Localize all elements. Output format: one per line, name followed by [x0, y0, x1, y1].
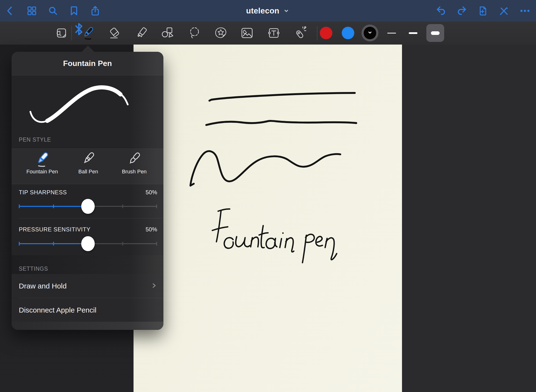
pen-settings-popover: Fountain Pen PEN STYLE Fountain Pen — [12, 52, 163, 330]
pen-style-row: Fountain Pen Ball Pen Brush Pen — [12, 149, 163, 184]
toolbar-divider — [317, 26, 317, 40]
pen-option-label: Brush Pen — [122, 169, 147, 175]
color-swatch-red[interactable] — [320, 27, 332, 39]
document-title-menu[interactable]: utelecon — [246, 6, 290, 15]
zoom-window-tool[interactable] — [52, 23, 70, 43]
zoom-window-icon — [54, 26, 68, 40]
pen-option-ball[interactable]: Ball Pen — [65, 150, 111, 183]
ink-handwriting — [212, 209, 337, 263]
shapes-tool[interactable] — [159, 23, 176, 43]
shapes-icon — [160, 26, 175, 40]
pen-style-section-label: PEN STYLE — [19, 137, 51, 143]
ink-line-1 — [209, 93, 355, 101]
text-icon — [267, 26, 281, 40]
ink-strokes — [134, 45, 402, 392]
note-paper[interactable] — [134, 45, 402, 392]
more-button[interactable] — [519, 5, 531, 17]
color-swatch-black-selected[interactable] — [364, 27, 376, 39]
goodnotes-app: utelecon — [0, 0, 536, 392]
brush-pen-icon — [125, 150, 143, 168]
tip-sharpness-label: TIP SHARPNESS — [19, 189, 67, 196]
eraser-icon — [107, 26, 122, 40]
popover-title: Fountain Pen — [63, 59, 112, 68]
eraser-tool[interactable] — [106, 23, 123, 43]
pen-option-label: Ball Pen — [78, 169, 98, 175]
sticker-tool[interactable] — [212, 23, 229, 43]
slider-thumb[interactable] — [81, 199, 95, 214]
bookmark-button[interactable] — [68, 5, 80, 17]
ink-wave — [190, 151, 340, 186]
stroke-width-thin[interactable] — [383, 24, 401, 42]
slider-thumb[interactable] — [81, 236, 95, 251]
popover-footer — [12, 322, 163, 330]
disconnect-apple-pencil-label: Disconnect Apple Pencil — [19, 306, 96, 314]
stroke-width-medium[interactable] — [404, 24, 422, 42]
image-tool[interactable] — [238, 23, 256, 43]
draw-and-hold-row[interactable]: Draw and Hold — [12, 274, 163, 298]
pressure-sensitivity-label: PRESSURE SENSITIVITY — [19, 226, 90, 233]
redo-button[interactable] — [456, 5, 468, 17]
sticker-icon — [214, 26, 228, 40]
lasso-icon — [187, 26, 201, 40]
redo-icon — [456, 5, 467, 16]
text-tool[interactable] — [265, 23, 282, 43]
chevron-down-icon — [367, 29, 373, 36]
back-icon — [5, 5, 16, 16]
settings-section-label: SETTINGS — [19, 266, 48, 272]
thumbnails-button[interactable] — [26, 5, 38, 17]
highlighter-icon — [134, 26, 149, 40]
add-page-button[interactable] — [476, 5, 489, 17]
draw-and-hold-label: Draw and Hold — [19, 282, 67, 290]
pen-mode-toggle-button[interactable] — [497, 5, 510, 17]
ink-line-2 — [206, 121, 356, 125]
share-button[interactable] — [89, 5, 101, 17]
highlighter-tool[interactable] — [133, 23, 150, 43]
bluetooth-icon — [72, 22, 86, 37]
lasso-tool[interactable] — [186, 23, 203, 43]
laser-pointer-icon — [293, 26, 308, 40]
pen-option-brush[interactable]: Brush Pen — [111, 150, 157, 183]
divider — [19, 218, 163, 218]
pointer-tool[interactable] — [292, 23, 309, 43]
pen-mode-toggle-icon — [498, 5, 509, 16]
share-icon — [90, 5, 101, 16]
back-button[interactable] — [4, 5, 16, 17]
chevron-down-icon — [283, 7, 290, 14]
fountain-pen-icon — [33, 150, 51, 168]
disconnect-apple-pencil-row[interactable]: Disconnect Apple Pencil — [12, 298, 163, 322]
bookmark-icon — [68, 5, 80, 16]
search-icon — [47, 5, 59, 16]
popover-arrow — [81, 46, 94, 52]
popover-header: Fountain Pen — [12, 52, 163, 75]
pen-tool[interactable] — [79, 23, 97, 43]
canvas-outside-right — [402, 45, 536, 392]
color-swatch-blue[interactable] — [342, 27, 354, 39]
thumbnails-grid-icon — [26, 5, 37, 16]
chevron-right-icon — [150, 282, 158, 289]
settings-band: SETTINGS — [12, 255, 163, 274]
search-button[interactable] — [47, 5, 59, 17]
undo-button[interactable] — [435, 5, 447, 17]
stroke-width-thick-selected[interactable] — [426, 24, 444, 42]
page-title: utelecon — [246, 6, 279, 15]
add-page-icon — [477, 5, 488, 16]
image-icon — [240, 26, 254, 40]
pressure-sensitivity-slider[interactable] — [19, 235, 157, 252]
pen-option-label: Fountain Pen — [27, 169, 58, 175]
more-ellipsis-icon — [519, 5, 530, 16]
toolbar — [0, 22, 536, 45]
tip-sharpness-slider[interactable] — [19, 198, 157, 215]
pen-option-fountain[interactable]: Fountain Pen — [19, 150, 65, 183]
navbar: utelecon — [0, 0, 536, 22]
pressure-sensitivity-value: 50% — [146, 226, 157, 233]
undo-icon — [436, 5, 447, 16]
tip-sharpness-value: 50% — [146, 189, 157, 196]
pen-stroke-preview — [12, 75, 163, 143]
ball-pen-icon — [79, 150, 97, 168]
